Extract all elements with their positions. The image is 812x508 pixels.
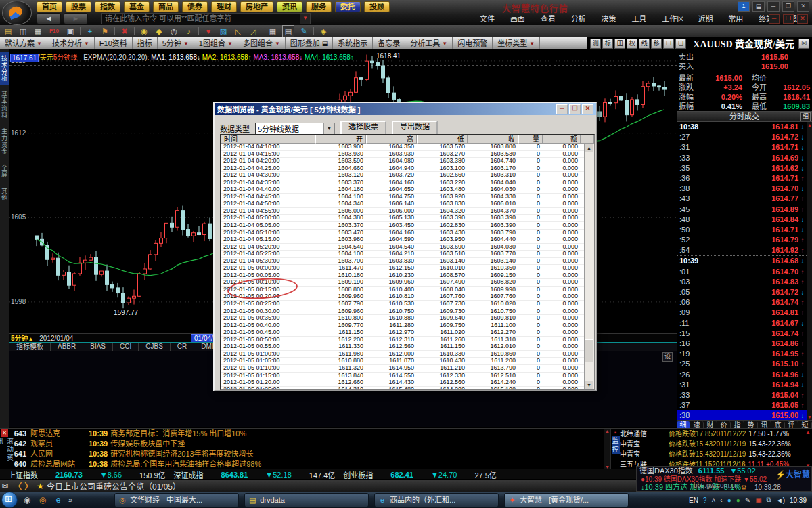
menu-工作区[interactable]: 工作区 ▼ xyxy=(656,14,690,24)
tick-row[interactable]: :351614.62↓ xyxy=(677,163,812,173)
menu-画面[interactable]: 画面 ▼ xyxy=(504,14,533,24)
data-browser-dialog[interactable]: 数据浏览器 - 黄金现货/美元 [ 5分钟线数据 ] ─ ❐ ✕ 数据类型 5分… xyxy=(213,102,597,391)
table-row[interactable]: 2012-01-05 01:10:001611.3201614.9501611.… xyxy=(221,365,594,373)
toolbar-item-图形叠加[interactable]: 图形叠加 ⬓ xyxy=(286,37,334,49)
dialog-scrollbar[interactable]: ▲ ▼ xyxy=(584,144,594,389)
split-screen-icon[interactable]: ▦ xyxy=(32,26,43,37)
nav-button-基金[interactable]: 基金 xyxy=(124,1,150,12)
doc-minimize-button[interactable]: ─ xyxy=(769,14,780,24)
language-indicator[interactable]: EN xyxy=(689,496,698,504)
tick-row[interactable]: :431614.77↑ xyxy=(677,194,812,204)
volume-icon[interactable]: ◄) xyxy=(776,496,785,504)
news-close-icon[interactable]: ✕ xyxy=(1,429,8,437)
table-row[interactable]: 2012-01-04 04:10:001603.9001604.3501603.… xyxy=(221,144,594,151)
toolbar-item-默认方案[interactable]: 默认方案 ▼ xyxy=(0,37,47,49)
tick-row[interactable]: :311614.94↓ xyxy=(677,380,812,390)
table-row[interactable]: 2012-01-05 01:15:001613.8401614.5501612.… xyxy=(221,373,594,380)
symbol-close-icon[interactable]: ☒ xyxy=(798,39,809,49)
mini-button-测[interactable]: 测 xyxy=(590,39,601,49)
nav-button-资讯[interactable]: 资讯 xyxy=(277,1,302,12)
image-chart-icon[interactable]: ▧ xyxy=(218,26,229,37)
scroll-up-icon[interactable]: ▲ xyxy=(585,144,593,152)
datatype-combobox[interactable]: 5分钟线数据 ▼ xyxy=(255,123,335,135)
dialog-close-button[interactable]: ✕ xyxy=(582,104,593,114)
tick-row[interactable]: :251615.10↑ xyxy=(677,359,812,369)
tick-row[interactable]: :381614.70↓ xyxy=(677,184,812,194)
ruler-icon[interactable]: ◺ xyxy=(233,26,244,37)
binoculars-icon[interactable]: ◎ xyxy=(168,26,179,37)
alarm-bell-icon[interactable]: ♪ xyxy=(183,26,194,37)
mail-icon[interactable]: ✉ xyxy=(2,482,8,490)
menu-文件[interactable]: 文件 ▼ xyxy=(474,14,503,24)
doc-restore-button[interactable]: ❐ xyxy=(783,14,794,24)
nav-button-投顾[interactable]: 投顾 xyxy=(364,1,390,12)
nav-button-理财[interactable]: 理财 xyxy=(211,1,237,12)
tick-row[interactable]: :481614.84↓ xyxy=(677,215,812,225)
monitor-icon[interactable]: 1 xyxy=(738,1,750,12)
table-row[interactable]: 2012-01-05 00:40:001609.7701611.2801609.… xyxy=(221,322,594,330)
brush-icon[interactable]: ✎ xyxy=(298,26,309,37)
nav-button-商品[interactable]: 商品 xyxy=(153,1,179,12)
sidebar-tab-其他[interactable]: 其他 xyxy=(0,185,9,204)
nav-button-房地产[interactable]: 房地产 xyxy=(240,1,273,12)
alert-row[interactable]: 北纬通信价格跌破17.852011/12/2217.50 -1.77% xyxy=(620,429,804,439)
menu-工具[interactable]: 工具 ▼ xyxy=(625,14,654,24)
table-icon[interactable]: ▦ xyxy=(267,26,278,37)
quick-launch-chevron[interactable]: » xyxy=(68,496,72,504)
menu-分析[interactable]: 分析 ▼ xyxy=(565,14,594,24)
scroll-up-icon[interactable]: ▲ xyxy=(807,123,812,127)
table-row[interactable]: 2012-01-04 04:25:001604.6601604.9401603.… xyxy=(221,165,594,173)
column-header-收[interactable]: 收 xyxy=(468,135,518,144)
table-row[interactable]: 2012-01-05 00:25:001607.7901610.5301607.… xyxy=(221,301,594,308)
nav-button-服务[interactable]: 服务 xyxy=(306,1,332,12)
table-row[interactable]: 2012-01-04 04:40:001604.1801604.6501603.… xyxy=(221,186,594,194)
news-row[interactable]: 640质检总局网站10:38质检总局:全国车用汽柴油抽样合格率超过98% xyxy=(9,459,604,469)
toolbar-item-指标[interactable]: 指标 xyxy=(133,37,158,49)
dialog-minimize-button[interactable]: ─ xyxy=(556,104,568,114)
period-up-icon[interactable]: ▲ xyxy=(28,336,34,342)
toolbar-item-备忘录[interactable]: 备忘录 xyxy=(373,37,405,49)
dialog-titlebar[interactable]: 数据浏览器 - 黄金现货/美元 [ 5分钟线数据 ] ─ ❐ ✕ xyxy=(215,103,596,115)
prev-announce-icon[interactable]: 〈 xyxy=(14,480,22,492)
chevron-left-icon[interactable]: ‹ xyxy=(720,496,722,504)
announce-bar[interactable]: ✉ 〈 〉 ★ 今日上市公司重磅公告全览（01/05） xyxy=(0,479,636,492)
column-header-额[interactable]: 额 xyxy=(543,135,581,144)
chrome-icon[interactable]: ◎ xyxy=(37,494,49,506)
alert-row[interactable]: 中青宝价格跌破15.432011/12/1915.43-22.36% xyxy=(620,439,804,449)
dialog-maximize-button[interactable]: ❐ xyxy=(569,104,581,114)
table-row[interactable]: 2012-01-04 05:20:001604.5401604.5401603.… xyxy=(221,244,594,251)
tick-detail-button[interactable]: 细 xyxy=(800,112,811,121)
tick-scrollbar[interactable]: ▲ ▼ xyxy=(807,122,812,420)
tick-row[interactable]: :051614.72↓ xyxy=(677,287,812,297)
table-row[interactable]: 2012-01-05 01:00:001611.9801612.0001610.… xyxy=(221,351,594,358)
diamond-yellow-icon[interactable]: ◈ xyxy=(318,26,329,37)
alert-stock-name[interactable]: 中青宝 xyxy=(620,439,669,449)
grid-icon[interactable]: ◫ xyxy=(18,26,28,37)
news-row[interactable]: 643阿思达克10:39商务部定目标：消费年增15% 出口增10% xyxy=(9,429,604,439)
command-dropdown-icon[interactable]: ▼ xyxy=(300,13,311,24)
board-icon[interactable]: ▣ xyxy=(65,26,76,37)
back-button[interactable]: ◄ xyxy=(37,13,61,24)
table-row[interactable]: 2012-01-05 01:25:001614.3101615.4801614.… xyxy=(221,387,594,390)
alert-stock-name[interactable]: 北纬通信 xyxy=(620,429,669,439)
alert-scroll-arrows[interactable]: ▲▼ xyxy=(804,429,812,469)
combo-dropdown-icon[interactable]: ▼ xyxy=(323,123,334,134)
tick-row[interactable]: 10:381614.81↓ xyxy=(677,122,812,132)
toolbar-item-闪电预警[interactable]: 闪电预警 xyxy=(453,37,493,49)
note-icon[interactable]: ▤ xyxy=(282,25,294,37)
news-text[interactable]: 商务部定目标：消费年增15% 出口增10% xyxy=(110,429,246,439)
announce-text[interactable]: 今日上市公司重磅公告全览（01/05） xyxy=(47,480,181,492)
tick-list[interactable]: 10:381614.81↓:271614.72↓:311614.71↓:3316… xyxy=(677,122,812,421)
tick-row[interactable]: :111614.67↓ xyxy=(677,318,812,329)
restore-button[interactable]: ❐ xyxy=(782,1,794,12)
table-row[interactable]: 2012-01-05 01:20:001612.6601614.4301612.… xyxy=(221,379,594,387)
hidden-icons-arrow[interactable]: ˄ xyxy=(711,496,715,504)
nav-button-委托[interactable]: 委托 xyxy=(335,1,361,12)
taskbar-button[interactable]: ✦大智慧 - [黄金现货/... xyxy=(504,493,629,507)
table-row[interactable]: 2012-01-04 04:15:001603.9301603.9301603.… xyxy=(221,151,594,158)
minimize-button[interactable]: ─ xyxy=(767,1,780,12)
tick-row[interactable]: :541614.92↑ xyxy=(677,245,812,255)
command-input[interactable]: 请在此输入命令 可以用**匹配任意字符 xyxy=(102,13,303,24)
column-header-量[interactable]: 量 xyxy=(518,135,543,144)
tick-row[interactable]: 10:391614.68↓ xyxy=(677,255,812,266)
